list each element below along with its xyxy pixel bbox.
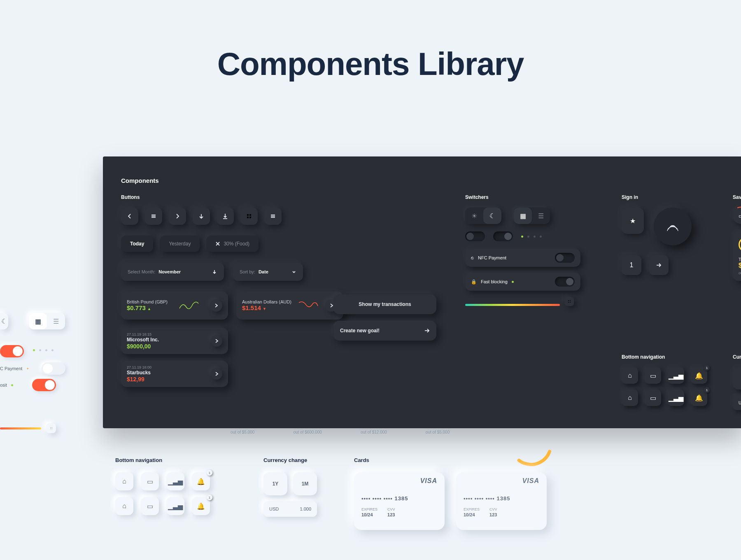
list-button[interactable]	[264, 208, 282, 225]
nfc-label: NFC Payment	[478, 255, 506, 260]
light-view-switch[interactable]: ▦ ☰	[29, 313, 65, 329]
slider-handle[interactable]	[565, 297, 574, 306]
light-toggle-on[interactable]	[0, 345, 24, 357]
nav-stats[interactable]: ▁▃▅	[668, 367, 684, 384]
down-button[interactable]	[193, 208, 210, 225]
goal-card[interactable]: 🧳 100% Trip to Paris $5.000 out of $5.00…	[733, 231, 741, 281]
chip-food-label: 30% (Food)	[224, 241, 249, 247]
lock-icon: 🔒	[471, 279, 477, 285]
currency-gbp[interactable]: British Pound (GBP) $0.773▲	[121, 292, 228, 320]
color-slider[interactable]	[465, 304, 560, 306]
show-transactions-button[interactable]: Show my transactions	[333, 294, 436, 314]
grid-button[interactable]	[240, 208, 258, 225]
transaction-row[interactable]: 27.11.19 16:15 Microsoft Inc. $9000,00	[121, 328, 228, 354]
nav-home[interactable]: ⌂	[622, 390, 638, 406]
chip-today[interactable]: Today	[121, 236, 153, 252]
cc-1y[interactable]: 1Y	[263, 472, 287, 495]
nav-bell[interactable]: 🔔1	[691, 367, 707, 384]
arrow-right-icon	[214, 338, 219, 343]
nav-home[interactable]: ⌂	[115, 497, 133, 515]
nav-home[interactable]: ⌂	[115, 472, 133, 490]
nav-stats[interactable]: ▁▃▅	[166, 497, 184, 515]
icon-button-row	[121, 208, 343, 225]
chart-icon: ▁▃▅	[669, 394, 683, 402]
pager-dots[interactable]	[521, 236, 542, 238]
theme-switch[interactable]: ☀ ☾	[465, 208, 501, 224]
txn-go[interactable]	[211, 368, 222, 380]
goal-laptop[interactable]: ▭	[733, 208, 741, 224]
arrow-left-icon	[126, 213, 133, 219]
view-switch[interactable]: ▦ ☰	[514, 208, 550, 224]
txn-merchant: Starbucks	[127, 370, 211, 376]
cvv-value: 123	[387, 512, 395, 517]
svg-point-20	[570, 302, 571, 303]
bell-icon: 🔔	[197, 502, 205, 510]
chip-food[interactable]: 30% (Food)	[206, 236, 259, 252]
nav-card[interactable]: ▭	[645, 367, 661, 384]
nav-stats[interactable]: ▁▃▅	[166, 472, 184, 490]
key-star[interactable]: ★	[622, 208, 644, 234]
keypad-1[interactable]: 1	[622, 255, 641, 275]
cc-usd-label: USD	[269, 506, 279, 511]
back-button[interactable]	[121, 208, 138, 225]
credit-card[interactable]: VISA •••• •••• •••• 1385 EXPIRES10/24 CV…	[456, 472, 547, 530]
toggle-off[interactable]	[465, 231, 485, 241]
keypad-go[interactable]	[649, 255, 669, 275]
nav-home[interactable]: ⌂	[622, 367, 638, 384]
nav-bell[interactable]: 🔔1	[192, 472, 210, 490]
list-icon	[270, 213, 276, 219]
badge: 1	[207, 470, 212, 476]
nav-bell[interactable]: 🔔1	[691, 390, 707, 406]
page-title: Components Library	[0, 0, 741, 83]
toggle-on[interactable]	[493, 231, 513, 241]
dot-icon: ✦	[26, 367, 29, 371]
nav-card[interactable]: ▭	[141, 497, 159, 515]
select-month[interactable]: Select Month: November	[121, 263, 224, 281]
home-icon: ⌂	[628, 394, 632, 401]
cc-usd[interactable]: USD 1.000	[733, 395, 741, 410]
nav-stats[interactable]: ▁▃▅	[668, 390, 684, 406]
grid-icon: ▦	[514, 208, 532, 224]
pager-dots[interactable]	[33, 349, 54, 351]
light-bottom-nav: Bottom navigation ⌂ ▭ ▁▃▅ 🔔1 ⌂ ▭ ▁▃▅ 🔔1	[115, 457, 210, 522]
download-button[interactable]	[217, 208, 234, 225]
osit-toggle[interactable]	[32, 379, 56, 391]
moon-icon: ☾	[483, 208, 501, 224]
svg-point-18	[570, 300, 571, 301]
fingerprint-button[interactable]	[654, 208, 692, 245]
setting-fast[interactable]: 🔒 Fast blocking	[465, 273, 580, 291]
slider-handle[interactable]: ∷	[46, 423, 56, 433]
nav-card[interactable]: ▭	[141, 472, 159, 490]
forward-button[interactable]	[169, 208, 186, 225]
sort-by[interactable]: Sort by: Date	[233, 263, 303, 281]
light-color-slider[interactable]: ∷	[0, 423, 56, 433]
nav-card[interactable]: ▭	[645, 390, 661, 406]
credit-card[interactable]: VISA •••• •••• •••• 1385 EXPIRES10/24 CV…	[354, 472, 445, 530]
fast-label: Fast blocking	[481, 279, 508, 284]
nfc-toggle[interactable]	[555, 253, 575, 263]
arrow-right-icon	[214, 303, 219, 308]
cpayment-toggle[interactable]	[42, 362, 65, 375]
svg-rect-9	[249, 217, 251, 218]
transaction-row[interactable]: 27.11.19 16:00 Starbucks $12,99	[121, 361, 228, 387]
arrow-right-icon	[655, 262, 662, 268]
currency-aud[interactable]: Australian Dollars (AUD) $1.514▼	[236, 292, 343, 320]
svg-point-17	[568, 300, 569, 301]
card-brand: VISA	[420, 477, 437, 485]
create-goal-button[interactable]: Create new goal!	[333, 321, 436, 341]
goal-out-strip: out of $5.000 out of $600.000 out of $12…	[231, 430, 450, 434]
chevron-down-icon	[212, 269, 217, 275]
nav-bell[interactable]: 🔔1	[192, 497, 210, 515]
gbp-go[interactable]	[210, 299, 222, 312]
chip-yesterday[interactable]: Yesterday	[160, 236, 200, 252]
menu-button[interactable]	[145, 208, 162, 225]
txn-go[interactable]	[211, 335, 222, 347]
fast-toggle[interactable]	[555, 277, 575, 287]
cc-usd[interactable]: USD 1.000	[263, 501, 317, 517]
cc-1m[interactable]: 1M	[733, 367, 741, 390]
cc-1m[interactable]: 1M	[293, 472, 317, 495]
cc-usd-amount: 1.000	[300, 506, 311, 511]
setting-nfc[interactable]: ⎋ NFC Payment	[465, 249, 580, 267]
chevron-down-icon	[291, 269, 296, 274]
laptop-icon: ▭	[739, 213, 741, 219]
